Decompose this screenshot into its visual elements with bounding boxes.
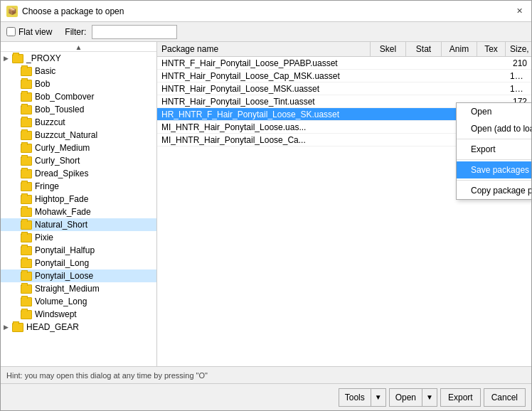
left-panel: ▲ ▶ _PROXY Basic Bob Bob_Combover: [1, 42, 157, 366]
tree-item-hightop-fade[interactable]: Hightop_Fade: [1, 193, 156, 206]
tools-arrow-button[interactable]: ▼: [371, 388, 386, 407]
context-menu-export[interactable]: Export: [457, 141, 531, 158]
tree-item-dread-spikes[interactable]: Dread_Spikes: [1, 167, 156, 180]
open-split-button: Open ▼: [389, 388, 437, 407]
tree-arrow-proxy: ▶: [4, 55, 12, 62]
toolbar: Flat view Filter:: [1, 22, 531, 42]
cell-skel-1: [371, 75, 406, 77]
tree-label-natural-short: Natural_Short: [35, 220, 87, 230]
folder-icon-mohawk-fade: [21, 208, 32, 217]
cell-stat-2: [406, 88, 442, 90]
tree-label-buzzcut-natural: Buzzcut_Natural: [35, 130, 97, 140]
context-menu-open-add[interactable]: Open (add to loaded set): [457, 120, 531, 137]
hint-text: Hint: you may open this dialog at any ti…: [6, 371, 208, 380]
tree-item-volume-long[interactable]: Volume_Long: [1, 295, 156, 308]
title-bar: 📦 Choose a package to open ✕: [1, 1, 531, 22]
col-header-skel[interactable]: Skel: [371, 42, 406, 56]
cell-skel-3: [371, 101, 406, 102]
table-row[interactable]: HNTR_F_Hair_Ponytail_Loose_PPABP.uasset …: [157, 57, 531, 70]
col-header-name[interactable]: Package name: [157, 42, 371, 56]
filter-input[interactable]: [92, 25, 177, 39]
export-button[interactable]: Export: [440, 388, 481, 407]
context-menu-save-packages[interactable]: Save packages: [457, 161, 531, 178]
tree-label-mohawk-fade: Mohawk_Fade: [35, 207, 91, 217]
tree-item-buzzcut-natural[interactable]: Buzzcut_Natural: [1, 129, 156, 142]
tools-button[interactable]: Tools: [339, 388, 371, 407]
folder-icon-proxy: [12, 54, 23, 63]
tree-arrow-head-gear: ▶: [4, 324, 12, 331]
tree-label-buzzcut: Buzzcut: [35, 117, 65, 127]
cell-name-5: MI_HNTR_Hair_Ponytail_Loose.uas...: [157, 122, 371, 133]
col-header-anim[interactable]: Anim: [442, 42, 477, 56]
tree-item-proxy[interactable]: ▶ _PROXY: [1, 52, 156, 65]
cell-name-0: HNTR_F_Hair_Ponytail_Loose_PPABP.uasset: [157, 58, 371, 69]
status-bar: Hint: you may open this dialog at any ti…: [1, 366, 531, 383]
folder-icon-basic: [21, 67, 32, 76]
tree-item-head-gear[interactable]: ▶ HEAD_GEAR: [1, 321, 156, 333]
cell-name-6: MI_HNTR_Hair_Ponytail_Loose_Ca...: [157, 134, 371, 146]
tree-item-straight-medium[interactable]: Straight_Medium: [1, 282, 156, 295]
cell-name-4: HR_HNTR_F_Hair_Ponytail_Loose_SK.uasset: [157, 109, 371, 120]
folder-icon-straight-medium: [21, 284, 32, 294]
cell-stat-5: [406, 127, 442, 128]
context-menu-separator-3: [457, 180, 531, 181]
folder-icon-natural-short: [21, 220, 32, 230]
scroll-up-container: ▲: [1, 42, 156, 52]
cell-anim-0: [442, 63, 477, 64]
tree-item-pixie[interactable]: Pixie: [1, 231, 156, 244]
tree-label-volume-long: Volume_Long: [35, 297, 87, 306]
tree-item-curly-short[interactable]: Curly_Short: [1, 154, 156, 167]
tree-label-ponytail-long: Ponytail_Long: [35, 258, 89, 268]
tree-label-bob: Bob: [35, 79, 50, 89]
scroll-up-arrow[interactable]: ▲: [75, 43, 83, 51]
folder-icon-ponytail-loose: [21, 272, 32, 281]
tree-item-bob-combover[interactable]: Bob_Combover: [1, 90, 156, 103]
tree-label-proxy: _PROXY: [26, 53, 61, 63]
filter-label: Filter:: [65, 27, 86, 37]
col-header-stat[interactable]: Stat: [406, 42, 442, 56]
context-menu-separator-2: [457, 159, 531, 160]
open-button[interactable]: Open: [389, 388, 422, 407]
folder-icon-fringe: [21, 182, 32, 191]
tree-label-hightop-fade: Hightop_Fade: [35, 194, 88, 204]
cell-tex-1: [477, 75, 506, 77]
cell-stat-0: [406, 63, 442, 64]
tree-item-windswept[interactable]: Windswept: [1, 308, 156, 321]
cell-size-0: 210: [506, 58, 531, 69]
tree-label-windswept: Windswept: [35, 309, 77, 319]
tree-item-ponytail-long[interactable]: Ponytail_Long: [1, 257, 156, 269]
right-panel: Package name Skel Stat Anim Tex Size, Kb…: [157, 42, 531, 366]
table-row[interactable]: HNTR_Hair_Ponytail_Loose_MSK.uasset 1367: [157, 82, 531, 95]
context-menu-open[interactable]: Open: [457, 103, 531, 120]
window-title: Choose a package to open: [22, 6, 124, 16]
flat-view-checkbox[interactable]: [6, 27, 16, 36]
open-arrow-button[interactable]: ▼: [422, 388, 437, 407]
tree-label-basic: Basic: [35, 66, 55, 76]
folder-icon-buzzcut: [21, 118, 32, 127]
cell-tex-0: [477, 63, 506, 64]
tree-item-mohawk-fade[interactable]: Mohawk_Fade: [1, 206, 156, 218]
choose-package-window: 📦 Choose a package to open ✕ Flat view F…: [0, 0, 532, 411]
tree-item-curly-medium[interactable]: Curly_Medium: [1, 142, 156, 154]
tree-item-ponytail-loose[interactable]: Ponytail_Loose: [1, 269, 156, 282]
cancel-button[interactable]: Cancel: [484, 388, 526, 407]
cell-stat-1: [406, 75, 442, 77]
context-menu: Open Open (add to loaded set) Export Sav…: [456, 102, 531, 200]
tree-label-ponytail-loose: Ponytail_Loose: [35, 271, 93, 281]
cell-stat-3: [406, 101, 442, 102]
tree-item-buzzcut[interactable]: Buzzcut: [1, 116, 156, 129]
table-row[interactable]: HNTR_Hair_Ponytail_Loose_Cap_MSK.uasset …: [157, 70, 531, 82]
col-header-tex[interactable]: Tex: [477, 42, 506, 56]
tree-item-fringe[interactable]: Fringe: [1, 180, 156, 193]
tree-item-basic[interactable]: Basic: [1, 65, 156, 78]
tree-label-bob-combover: Bob_Combover: [35, 92, 94, 102]
col-header-size[interactable]: Size, Kb: [506, 42, 531, 56]
folder-icon-ponytail-halfup: [21, 246, 32, 255]
cell-stat-4: [406, 114, 442, 115]
close-button[interactable]: ✕: [513, 5, 526, 18]
tree-item-natural-short[interactable]: Natural_Short: [1, 218, 156, 231]
context-menu-copy-path[interactable]: Copy package path: [457, 182, 531, 199]
tree-item-bob-tousled[interactable]: Bob_Tousled: [1, 103, 156, 116]
tree-item-bob[interactable]: Bob: [1, 78, 156, 90]
tree-item-ponytail-halfup[interactable]: Ponytail_Halfup: [1, 244, 156, 257]
